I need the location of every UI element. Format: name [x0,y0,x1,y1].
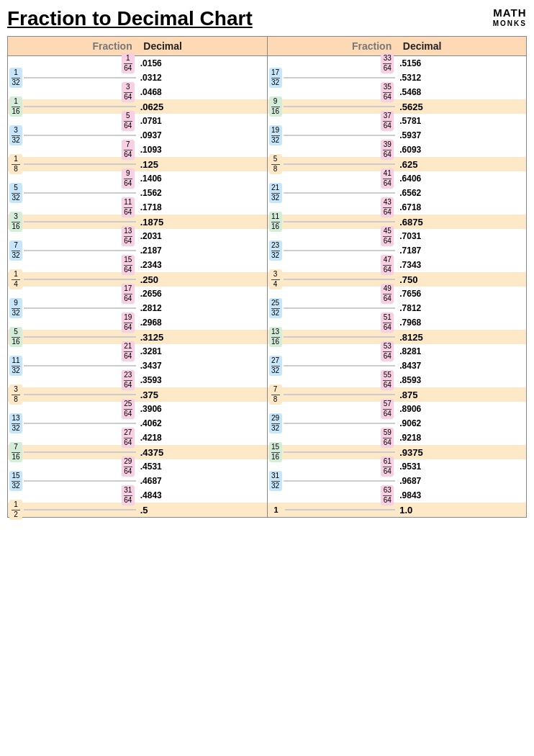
logo-line1: MATH [493,7,527,19]
chart-data-row: 11 32 .3437 27 32 .8437 [8,359,527,373]
chart-data-row: 31 64 .4843 63 64 .9843 [8,488,527,503]
chart-data-row: 7 64 .1093 39 64 .6093 [8,143,527,157]
chart-data-row: 1 4 .250 3 4 .750 [8,272,527,287]
chart-data-row: 1 2 .5 1 1.0 [8,503,527,518]
logo: MATH MONKS [493,7,527,27]
chart-data-row: 27 64 .4218 59 64 .9218 [8,431,527,445]
chart-data-row: 3 64 .0468 35 64 .5468 [8,85,527,99]
chart-data-row: 1 8 .125 5 8 .625 [8,157,527,171]
logo-line2: MONKS [493,19,527,27]
chart-data-row: 3 16 .1875 11 16 .6875 [8,215,527,229]
chart-data-row: 29 64 .4531 61 64 .9531 [8,459,527,474]
chart-data-row: 19 64 .2968 51 64 .7968 [8,315,527,330]
chart-data-row: 1 64 .0156 33 64 .5156 [8,56,527,71]
chart-data-row: 15 64 .2343 47 64 .7343 [8,258,527,272]
chart-data-row: 5 64 .0781 37 64 .5781 [8,114,527,128]
chart-data-row: 5 16 .3125 13 16 .8125 [8,330,527,344]
chart-data-row: 7 32 .2187 23 32 .7187 [8,243,527,258]
chart-container: Fraction Decimal Fraction Decimal 1 64 .… [7,36,527,518]
chart-data-row: 1 32 .0312 17 32 .5312 [8,71,527,85]
chart-data-row: 1 16 .0625 9 16 .5625 [8,99,527,114]
chart-data-row: 21 64 .3281 53 64 .8281 [8,344,527,359]
chart-data-row: 11 64 .1718 43 64 .6718 [8,200,527,215]
chart-data-row: 13 64 .2031 45 64 .7031 [8,229,527,243]
chart-data-row: 13 32 .4062 29 32 .9062 [8,416,527,431]
page-title: Fraction to Decimal Chart [7,7,253,30]
chart-data-row: 7 16 .4375 15 16 .9375 [8,445,527,459]
chart-data-row: 17 64 .2656 49 64 .7656 [8,287,527,301]
main-chart: Fraction Decimal Fraction Decimal 1 64 .… [7,36,527,518]
chart-data-row: 25 64 .3906 57 64 .8906 [8,402,527,416]
chart-data-row: 9 64 .1406 41 64 .6406 [8,171,527,186]
chart-data-row: 15 32 .4687 31 32 .9687 [8,474,527,488]
chart-data-row: 9 32 .2812 25 32 .7812 [8,301,527,315]
chart-data-row: 3 32 .0937 19 32 .5937 [8,128,527,143]
chart-data-row: 5 32 .1562 21 32 .6562 [8,186,527,200]
chart-data-row: 3 8 .375 7 8 .875 [8,387,527,402]
chart-data-row: 23 64 .3593 55 64 .8593 [8,373,527,387]
